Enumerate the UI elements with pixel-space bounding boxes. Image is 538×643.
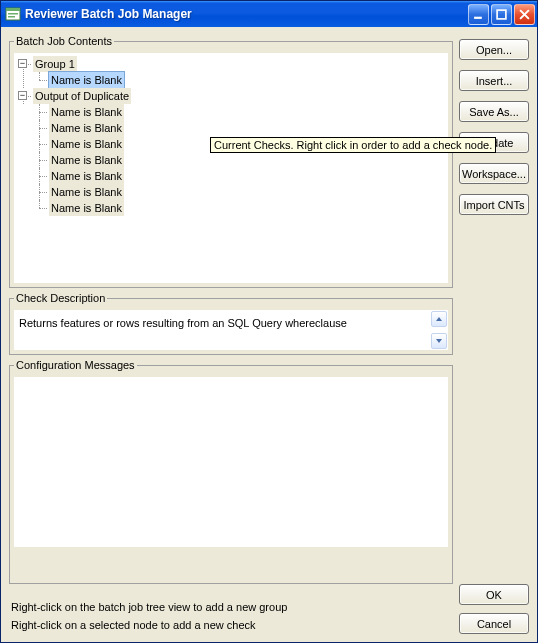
workspace-button[interactable]: Workspace... (459, 163, 529, 184)
tree-node-group1[interactable]: − Group 1 Name is Blank (17, 56, 445, 88)
insert-button[interactable]: Insert... (459, 70, 529, 91)
tree-node-check[interactable]: Name is Blank (33, 200, 445, 216)
configuration-messages-label: Configuration Messages (14, 359, 137, 371)
tree-node-label[interactable]: Output of Duplicate (33, 88, 131, 104)
tree-node-label[interactable]: Group 1 (33, 56, 77, 72)
collapse-icon[interactable]: − (18, 91, 27, 100)
scroll-up-icon[interactable] (431, 311, 447, 327)
open-button[interactable]: Open... (459, 39, 529, 60)
configuration-messages-text[interactable] (14, 377, 448, 547)
tree-node-label[interactable]: Name is Blank (49, 184, 124, 200)
check-description-text[interactable]: Returns features or rows resulting from … (14, 310, 448, 350)
svg-rect-4 (474, 16, 482, 18)
minimize-button[interactable] (468, 4, 489, 25)
dialog-body: Batch Job Contents − Group 1 Name is Bla… (1, 27, 537, 642)
hint-text: Right-click on the batch job tree view t… (11, 598, 451, 616)
batch-job-contents-group: Batch Job Contents − Group 1 Name is Bla… (9, 35, 453, 288)
tree-node-check[interactable]: Name is Blank (33, 72, 445, 88)
tree-node-label[interactable]: Name is Blank (49, 104, 124, 120)
side-buttons: Open... Insert... Save As... Validate Wo… (459, 35, 529, 634)
description-value: Returns features or rows resulting from … (19, 317, 347, 329)
check-description-group: Check Description Returns features or ro… (9, 292, 453, 355)
svg-rect-2 (8, 13, 18, 15)
tree-node-label[interactable]: Name is Blank (49, 72, 124, 88)
tooltip: Current Checks. Right click in order to … (210, 137, 496, 153)
tree-node-label[interactable]: Name is Blank (49, 152, 124, 168)
batch-job-contents-label: Batch Job Contents (14, 35, 114, 47)
tree-node-check[interactable]: Name is Blank (33, 184, 445, 200)
main-column: Batch Job Contents − Group 1 Name is Bla… (9, 35, 453, 634)
batch-tree[interactable]: − Group 1 Name is Blank − Output of Dupl… (14, 53, 448, 283)
tree-node-label[interactable]: Name is Blank (49, 200, 124, 216)
svg-rect-5 (497, 10, 506, 19)
window-controls (468, 4, 535, 25)
tree-node-label[interactable]: Name is Blank (49, 120, 124, 136)
tree-node-check[interactable]: Name is Blank (33, 168, 445, 184)
ok-button[interactable]: OK (459, 584, 529, 605)
cancel-button[interactable]: Cancel (459, 613, 529, 634)
scroll-down-icon[interactable] (431, 333, 447, 349)
window-frame: Reviewer Batch Job Manager Batch Job Con… (0, 0, 538, 643)
configuration-messages-group: Configuration Messages (9, 359, 453, 584)
svg-rect-3 (8, 16, 15, 18)
window-title: Reviewer Batch Job Manager (25, 7, 468, 21)
collapse-icon[interactable]: − (18, 59, 27, 68)
maximize-button[interactable] (491, 4, 512, 25)
tree-node-check[interactable]: Name is Blank (33, 120, 445, 136)
tree-node-check[interactable]: Name is Blank (33, 152, 445, 168)
svg-rect-1 (6, 8, 20, 11)
scrollbar[interactable] (431, 311, 447, 349)
import-cnts-button[interactable]: Import CNTs (459, 194, 529, 215)
titlebar[interactable]: Reviewer Batch Job Manager (1, 1, 537, 27)
hint-text: Right-click on a selected node to add a … (11, 616, 451, 634)
close-button[interactable] (514, 4, 535, 25)
hint-area: Right-click on the batch job tree view t… (9, 588, 453, 634)
tree-node-label[interactable]: Name is Blank (49, 168, 124, 184)
check-description-label: Check Description (14, 292, 107, 304)
app-icon (5, 6, 21, 22)
tree-node-check[interactable]: Name is Blank (33, 104, 445, 120)
dialog-buttons: OK Cancel (459, 584, 529, 634)
tree-node-label[interactable]: Name is Blank (49, 136, 124, 152)
save-as-button[interactable]: Save As... (459, 101, 529, 122)
